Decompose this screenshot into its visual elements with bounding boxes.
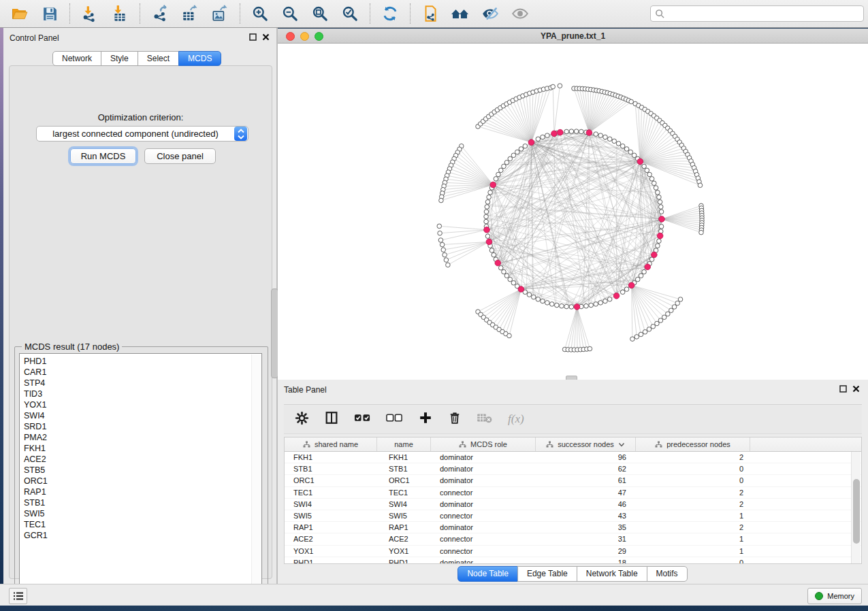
open-session-icon[interactable] (10, 4, 29, 23)
cell: 43 (536, 510, 636, 521)
cell: ACE2 (285, 533, 377, 544)
close-panel-button[interactable]: Close panel (144, 148, 216, 164)
network-view[interactable] (278, 44, 868, 380)
column-header-predecessor-nodes[interactable]: predecessor nodes (636, 437, 750, 451)
mcds-result-item[interactable]: TEC1 (24, 519, 261, 530)
table-vertical-scrollbar[interactable] (851, 452, 861, 563)
cell: connector (431, 533, 536, 544)
network-graph[interactable] (278, 44, 868, 380)
create-column-icon[interactable] (418, 410, 433, 428)
table-panel: Table Panel f(x) shared namenameMCDS rol… (278, 380, 868, 584)
export-image-icon[interactable] (210, 4, 229, 23)
cell: connector (431, 487, 536, 498)
mcds-result-item[interactable]: STP4 (24, 378, 261, 389)
cell: SWI5 (285, 510, 377, 521)
mcds-result-item[interactable]: GCR1 (24, 530, 261, 541)
column-header-name[interactable]: name (377, 437, 431, 451)
tab-style[interactable]: Style (101, 51, 138, 66)
cell: 1 (636, 533, 750, 544)
mcds-result-item[interactable]: YOX1 (24, 399, 261, 410)
close-panel-icon[interactable] (262, 33, 270, 41)
import-network-icon[interactable] (80, 4, 99, 23)
mcds-result-item[interactable]: TID3 (24, 389, 261, 399)
mcds-result-item[interactable]: FKH1 (24, 443, 261, 454)
mcds-list-scrollbar[interactable] (251, 354, 261, 593)
zoom-selected-icon[interactable] (340, 4, 359, 23)
cell: TEC1 (377, 487, 431, 498)
deselect-all-icon[interactable] (386, 412, 403, 427)
apply-layout-icon[interactable] (381, 4, 400, 23)
table-row[interactable]: TEC1TEC1connector472 (285, 487, 861, 499)
mcds-result-group: MCDS result (17 nodes) PHD1CAR1STP4TID3Y… (14, 346, 268, 600)
first-neighbors-icon[interactable] (451, 4, 470, 23)
table-scroll-thumb[interactable] (853, 479, 860, 544)
table-row[interactable]: PHD1PHD1dominator180 (285, 557, 861, 564)
table-row[interactable]: ORC1ORC1dominator610 (285, 475, 861, 486)
search-box[interactable] (650, 5, 864, 22)
cell: 31 (536, 533, 636, 544)
tab-motifs[interactable]: Motifs (647, 566, 688, 582)
export-network-icon[interactable] (150, 4, 170, 23)
cell: PHD1 (377, 557, 431, 564)
mcds-result-item[interactable]: CAR1 (24, 367, 261, 378)
tab-mcds[interactable]: MCDS (178, 51, 221, 66)
table-row[interactable]: FKH1FKH1dominator962 (285, 452, 861, 463)
cell: FKH1 (285, 452, 377, 463)
tab-network-table[interactable]: Network Table (577, 566, 647, 582)
mcds-result-item[interactable]: SWI5 (24, 508, 261, 519)
network-window-titlebar[interactable]: YPA_prune.txt_1 (278, 29, 868, 44)
table-row[interactable]: YOX1YOX1connector291 (285, 546, 861, 557)
save-session-icon[interactable] (40, 4, 59, 23)
column-header-shared-name[interactable]: shared name (285, 437, 377, 451)
mcds-result-item[interactable]: PHD1 (24, 356, 261, 367)
table-row[interactable]: ACE2ACE2connector311 (285, 533, 861, 545)
table-body: FKH1FKH1dominator962STB1STB1dominator620… (285, 452, 861, 564)
task-history-button[interactable] (9, 588, 27, 604)
table-settings-icon[interactable] (295, 411, 309, 428)
zoom-in-icon[interactable] (251, 4, 270, 23)
table-row[interactable]: SWI5SWI5connector431 (285, 510, 861, 522)
mcds-result-list[interactable]: PHD1CAR1STP4TID3YOX1SWI4SRD1PMA2FKH1ACE2… (19, 353, 262, 593)
mcds-result-item[interactable]: SWI4 (24, 410, 261, 421)
search-input[interactable] (665, 8, 863, 19)
mcds-result-item[interactable]: PMA2 (24, 432, 261, 443)
mcds-result-item[interactable]: RAP1 (24, 486, 261, 497)
mcds-result-item[interactable]: STB5 (24, 465, 261, 476)
search-icon (655, 9, 665, 19)
mcds-result-item[interactable]: SRD1 (24, 421, 261, 432)
cell: PHD1 (285, 557, 377, 564)
tab-edge-table[interactable]: Edge Table (517, 566, 577, 582)
cell: 18 (536, 557, 636, 564)
zoom-out-icon[interactable] (280, 4, 300, 23)
zoom-fit-icon[interactable] (310, 4, 329, 23)
show-column-panel-icon[interactable] (324, 410, 339, 428)
tab-select[interactable]: Select (138, 51, 179, 66)
node-table[interactable]: shared namenameMCDS rolesuccessor nodesp… (284, 437, 862, 564)
optimization-criterion-select[interactable]: largest connected component (undirected) (36, 126, 248, 142)
tab-network[interactable]: Network (52, 51, 101, 66)
network-from-selection-icon[interactable] (421, 4, 440, 23)
select-all-icon[interactable] (354, 412, 371, 427)
mcds-result-item[interactable]: ORC1 (24, 476, 261, 486)
memory-button[interactable]: Memory (807, 588, 862, 604)
export-table-icon[interactable] (180, 4, 199, 23)
column-header-successor-nodes[interactable]: successor nodes (536, 437, 636, 451)
cell: ACE2 (377, 533, 431, 544)
table-panel-tabs: Node TableEdge TableNetwork TableMotifs (278, 566, 868, 582)
column-header-MCDS-role[interactable]: MCDS role (431, 437, 536, 451)
mcds-result-item[interactable]: STB1 (24, 497, 261, 508)
tab-node-table[interactable]: Node Table (457, 566, 518, 582)
float-panel-icon[interactable] (839, 385, 847, 393)
table-row[interactable]: SWI4SWI4dominator462 (285, 499, 861, 510)
float-panel-icon[interactable] (249, 33, 257, 41)
hide-selected-icon[interactable] (481, 4, 500, 23)
close-panel-icon[interactable] (852, 385, 860, 393)
table-row[interactable]: RAP1RAP1dominator352 (285, 522, 861, 533)
import-table-icon[interactable] (110, 4, 129, 23)
table-row[interactable]: STB1STB1dominator620 (285, 463, 861, 475)
mcds-result-item[interactable]: ACE2 (24, 454, 261, 465)
network-window-title: YPA_prune.txt_1 (278, 31, 868, 41)
run-mcds-button[interactable]: Run MCDS (70, 148, 136, 164)
delete-column-icon[interactable] (448, 410, 462, 428)
control-panel-tabs: NetworkStyleSelectMCDS (53, 51, 221, 66)
